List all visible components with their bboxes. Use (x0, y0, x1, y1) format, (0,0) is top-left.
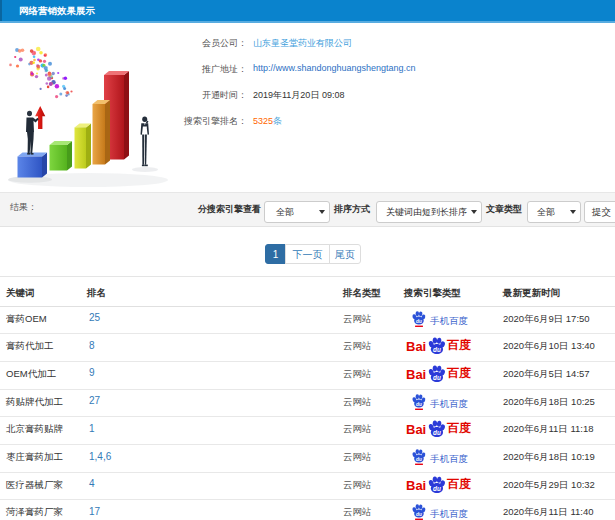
svg-text:du: du (416, 318, 422, 323)
svg-text:du: du (433, 374, 441, 381)
svg-text:du: du (433, 347, 441, 354)
svg-text:du: du (416, 401, 422, 406)
svg-text:du: du (433, 485, 441, 492)
svg-text:du: du (416, 512, 422, 517)
svg-text:du: du (416, 457, 422, 462)
svg-text:du: du (433, 430, 441, 437)
